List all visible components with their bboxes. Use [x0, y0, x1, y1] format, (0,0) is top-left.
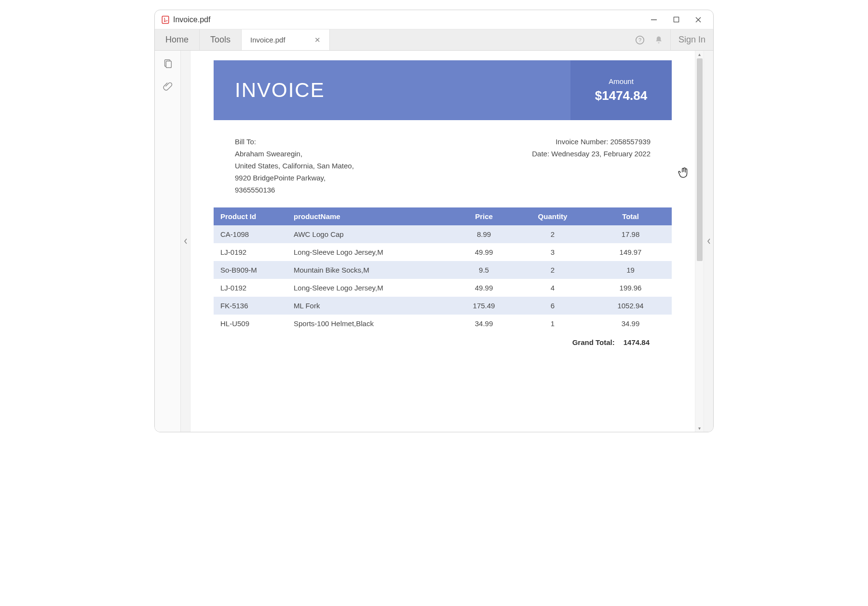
svg-rect-8	[166, 61, 171, 68]
cell-price: 49.99	[452, 279, 516, 297]
cell-product-name: Sports-100 Helmet,Black	[287, 315, 452, 332]
svg-rect-0	[162, 16, 169, 23]
left-rail	[155, 51, 181, 432]
tab-label: Invoice.pdf	[250, 36, 285, 44]
amount-box: Amount $1474.84	[570, 60, 672, 120]
left-panel-toggle[interactable]	[181, 51, 190, 432]
cell-quantity: 3	[516, 243, 589, 261]
hand-cursor-icon	[678, 166, 690, 179]
bill-to-name: Abraham Swearegin,	[235, 150, 354, 158]
cell-product-name: Long-Sleeve Logo Jersey,M	[287, 279, 452, 297]
tab-close-icon[interactable]: ✕	[314, 36, 321, 44]
invoice-date: Date: Wednesday 23, February 2022	[532, 150, 651, 158]
window-title: Invoice.pdf	[173, 15, 210, 24]
cell-price: 49.99	[452, 243, 516, 261]
close-button[interactable]	[687, 12, 709, 28]
cell-total: 149.97	[589, 243, 672, 261]
cell-product-id: CA-1098	[214, 225, 287, 243]
right-panel-toggle[interactable]	[704, 51, 713, 432]
cell-price: 9.5	[452, 261, 516, 279]
invoice-info: Invoice Number: 2058557939 Date: Wednesd…	[532, 138, 651, 198]
thumbnails-icon[interactable]	[163, 58, 173, 69]
menu-home[interactable]: Home	[155, 29, 200, 50]
tab-active[interactable]: Invoice.pdf ✕	[242, 29, 330, 50]
bill-to-address-2: 9920 BridgePointe Parkway,	[235, 174, 354, 182]
bill-to-phone: 9365550136	[235, 186, 354, 194]
amount-value: $1474.84	[595, 88, 647, 103]
titlebar: Invoice.pdf	[155, 10, 713, 29]
table-row: HL-U509Sports-100 Helmet,Black34.99134.9…	[214, 315, 672, 332]
table-row: LJ-0192Long-Sleeve Logo Jersey,M49.99314…	[214, 243, 672, 261]
col-quantity: Quantity	[516, 207, 589, 225]
col-price: Price	[452, 207, 516, 225]
cell-product-id: So-B909-M	[214, 261, 287, 279]
table-row: LJ-0192Long-Sleeve Logo Jersey,M49.99419…	[214, 279, 672, 297]
vertical-scrollbar[interactable]: ▴ ▾	[695, 51, 704, 432]
line-items-table: Product Id productName Price Quantity To…	[214, 207, 672, 332]
invoice-meta: Bill To: Abraham Swearegin, United State…	[214, 120, 672, 207]
grand-total-label: Grand Total:	[572, 338, 615, 346]
cell-quantity: 1	[516, 315, 589, 332]
table-header-row: Product Id productName Price Quantity To…	[214, 207, 672, 225]
cell-quantity: 2	[516, 261, 589, 279]
amount-label: Amount	[609, 77, 634, 85]
bell-icon[interactable]	[654, 35, 664, 45]
cell-product-id: LJ-0192	[214, 279, 287, 297]
grand-total-row: Grand Total: 1474.84	[214, 332, 672, 346]
invoice-header: INVOICE Amount $1474.84	[214, 60, 672, 120]
table-row: CA-1098AWC Logo Cap8.99217.98	[214, 225, 672, 243]
cell-product-id: HL-U509	[214, 315, 287, 332]
signin-button[interactable]: Sign In	[670, 29, 713, 50]
cell-product-name: Mountain Bike Socks,M	[287, 261, 452, 279]
cell-quantity: 2	[516, 225, 589, 243]
cell-price: 8.99	[452, 225, 516, 243]
attachment-icon[interactable]	[163, 81, 173, 91]
table-row: FK-5136ML Fork175.4961052.94	[214, 297, 672, 315]
cell-price: 175.49	[452, 297, 516, 315]
cell-total: 17.98	[589, 225, 672, 243]
bill-to-block: Bill To: Abraham Swearegin, United State…	[235, 138, 354, 198]
cell-product-id: FK-5136	[214, 297, 287, 315]
cell-total: 34.99	[589, 315, 672, 332]
cell-product-name: Long-Sleeve Logo Jersey,M	[287, 243, 452, 261]
cell-quantity: 6	[516, 297, 589, 315]
invoice-title: INVOICE	[235, 79, 325, 102]
cell-total: 19	[589, 261, 672, 279]
scroll-down-icon[interactable]: ▾	[695, 426, 704, 431]
cell-total: 1052.94	[589, 297, 672, 315]
grand-total-value: 1474.84	[624, 338, 650, 346]
cell-product-id: LJ-0192	[214, 243, 287, 261]
svg-rect-2	[674, 17, 678, 22]
col-product-name: productName	[287, 207, 452, 225]
scroll-up-icon[interactable]: ▴	[695, 52, 704, 57]
menu-tools[interactable]: Tools	[200, 29, 242, 50]
app-window: Invoice.pdf Home Tools Invoice.pdf ✕ ? S	[154, 10, 714, 432]
svg-text:?: ?	[638, 37, 641, 42]
invoice-number: Invoice Number: 2058557939	[532, 138, 651, 146]
maximize-button[interactable]	[665, 12, 687, 28]
bill-to-label: Bill To:	[235, 138, 354, 146]
table-row: So-B909-MMountain Bike Socks,M9.5219	[214, 261, 672, 279]
scroll-thumb[interactable]	[697, 58, 703, 261]
cell-product-name: ML Fork	[287, 297, 452, 315]
cell-product-name: AWC Logo Cap	[287, 225, 452, 243]
col-product-id: Product Id	[214, 207, 287, 225]
cell-price: 34.99	[452, 315, 516, 332]
help-icon[interactable]: ?	[635, 35, 645, 45]
pdf-app-icon	[161, 15, 170, 25]
workspace: INVOICE Amount $1474.84 Bill To: Abraham…	[155, 51, 713, 432]
document-viewport[interactable]: INVOICE Amount $1474.84 Bill To: Abraham…	[190, 51, 695, 432]
bill-to-address-1: United States, California, San Mateo,	[235, 162, 354, 170]
col-total: Total	[589, 207, 672, 225]
cell-quantity: 4	[516, 279, 589, 297]
cell-total: 199.96	[589, 279, 672, 297]
minimize-button[interactable]	[643, 12, 665, 28]
menubar: Home Tools Invoice.pdf ✕ ? Sign In	[155, 29, 713, 51]
